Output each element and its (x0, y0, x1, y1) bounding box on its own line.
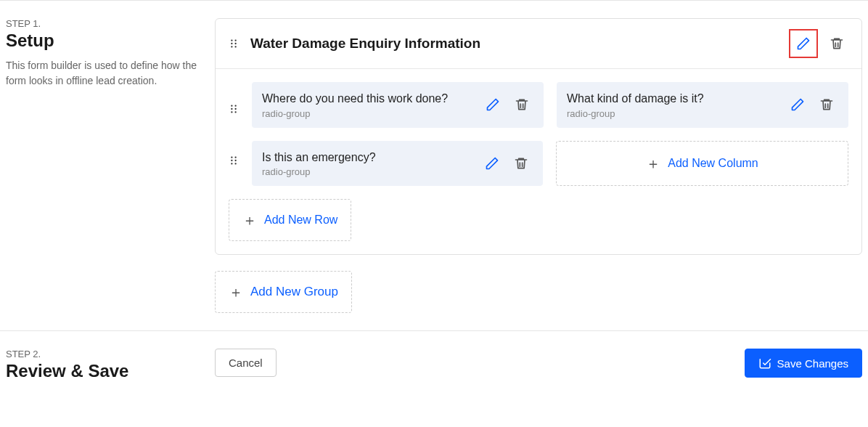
plus-icon: ＋ (242, 213, 257, 227)
save-label: Save Changes (777, 357, 848, 370)
plus-icon: ＋ (229, 285, 243, 299)
form-group: Water Damage Enquiry Information Where d… (215, 18, 862, 255)
add-group-label: Add New Group (250, 285, 338, 299)
form-row: Where do you need this work done? radio-… (229, 82, 848, 128)
field-title: What kind of damage is it? (567, 91, 786, 107)
delete-group-button[interactable] (825, 32, 848, 55)
edit-field-button[interactable] (786, 93, 809, 116)
delete-field-button[interactable] (509, 152, 533, 175)
edit-field-button[interactable] (481, 93, 504, 116)
add-column-label: Add New Column (668, 157, 758, 170)
drag-handle-icon[interactable] (229, 141, 239, 167)
add-row-button[interactable]: ＋ Add New Row (229, 199, 351, 241)
add-row-label: Add New Row (264, 214, 337, 227)
form-column: Where do you need this work done? radio-… (252, 82, 544, 128)
add-column-button[interactable]: ＋ Add New Column (556, 141, 848, 186)
field-title: Is this an emergency? (262, 150, 480, 166)
plus-icon: ＋ (646, 156, 660, 171)
field-title: Where do you need this work done? (262, 91, 481, 107)
field-type: radio-group (262, 166, 480, 177)
drag-handle-icon[interactable] (229, 37, 239, 50)
drag-handle-icon[interactable] (229, 82, 239, 115)
edit-group-highlight (789, 29, 818, 58)
step1-sidebar: STEP 1. Setup This form builder is used … (6, 1, 215, 330)
field-type: radio-group (567, 108, 786, 119)
form-column: Is this an emergency? radio-group (252, 141, 543, 187)
field-type: radio-group (262, 108, 481, 119)
step1-description: This form builder is used to define how … (6, 58, 203, 89)
step2-number: STEP 2. (6, 349, 203, 359)
save-button[interactable]: Save Changes (745, 349, 862, 378)
add-group-button[interactable]: ＋ Add New Group (215, 271, 352, 313)
form-row: Is this an emergency? radio-group ＋ Add … (229, 141, 848, 187)
edit-group-button[interactable] (792, 32, 815, 55)
delete-field-button[interactable] (510, 93, 533, 116)
delete-field-button[interactable] (815, 93, 838, 116)
step1-number: STEP 1. (6, 18, 203, 29)
step1-title: Setup (6, 30, 203, 51)
cancel-button[interactable]: Cancel (215, 349, 277, 377)
checkbox-icon (758, 357, 771, 370)
step2-sidebar: STEP 2. Review & Save (6, 349, 215, 389)
form-column: What kind of damage is it? radio-group (557, 82, 848, 128)
group-title: Water Damage Enquiry Information (250, 36, 789, 52)
step2-title: Review & Save (6, 361, 203, 381)
edit-field-button[interactable] (480, 152, 504, 175)
